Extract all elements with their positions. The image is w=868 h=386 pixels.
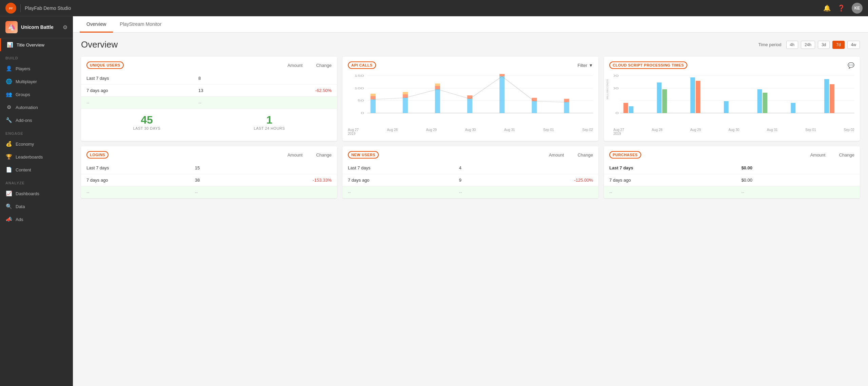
table-row: -- -- bbox=[342, 186, 598, 199]
cloud-script-card: CLOUD SCRIPT PROCESSING TIMES 💬 MILLISEC… bbox=[604, 57, 860, 141]
add-ons-icon: 🔧 bbox=[5, 117, 12, 123]
help-icon[interactable]: ❓ bbox=[837, 4, 845, 12]
time-btn-4h[interactable]: 4h bbox=[786, 41, 798, 49]
time-btn-7d[interactable]: 7d bbox=[832, 41, 844, 49]
cloud-script-chart: 400 200 0 bbox=[613, 72, 854, 127]
time-period-controls: Time period 4h 24h 3d 7d 4w bbox=[758, 41, 860, 49]
new-users-header: NEW USERS Amount Change bbox=[342, 146, 598, 162]
api-calls-card: API CALLS Filter ▼ bbox=[342, 57, 598, 141]
topbar: PF PlayFab Demo Studio 🔔 ❓ KE bbox=[0, 0, 868, 16]
api-calls-chart-area: 150 100 50 0 bbox=[342, 72, 598, 141]
table-row: 7 days ago $0.00 bbox=[604, 174, 860, 186]
cloud-script-x-labels: Aug 272019 Aug 28 Aug 29 Aug 30 Aug 31 S… bbox=[613, 127, 854, 135]
sidebar-label-title-overview: Title Overview bbox=[17, 42, 44, 48]
ads-icon: 📣 bbox=[5, 216, 12, 222]
sidebar-item-title-overview[interactable]: 📊 Title Overview bbox=[0, 38, 73, 51]
tab-playstream[interactable]: PlayStream Monitor bbox=[113, 16, 168, 33]
sidebar-label-multiplayer: Multiplayer bbox=[16, 79, 37, 84]
sidebar: 🦄 Unicorn Battle ⚙ 📊 Title Overview BUIL… bbox=[0, 16, 73, 386]
tab-overview[interactable]: Overview bbox=[80, 16, 113, 33]
svg-rect-45 bbox=[791, 103, 795, 113]
svg-text:0: 0 bbox=[615, 111, 619, 115]
api-calls-svg: 150 100 50 0 bbox=[348, 72, 593, 123]
sidebar-label-data: Data bbox=[16, 204, 25, 209]
svg-rect-24 bbox=[532, 101, 537, 113]
table-row: 7 days ago 38 -153.33% bbox=[81, 174, 337, 186]
logins-col-amount: Amount bbox=[288, 152, 303, 158]
svg-rect-47 bbox=[830, 84, 834, 113]
table-row: Last 7 days 15 bbox=[81, 162, 337, 174]
overview-area: Overview Time period 4h 24h 3d 7d 4w UNI… bbox=[73, 33, 868, 386]
cloud-script-header: CLOUD SCRIPT PROCESSING TIMES 💬 bbox=[604, 57, 860, 72]
time-btn-4w[interactable]: 4w bbox=[847, 41, 860, 49]
purchases-table: Last 7 days $0.00 7 days ago $0.00 -- bbox=[604, 162, 860, 198]
sidebar-item-groups[interactable]: 👥 Groups bbox=[0, 88, 73, 101]
purchases-col-amount: Amount bbox=[810, 152, 826, 158]
svg-rect-16 bbox=[403, 92, 408, 94]
sidebar-section-engage: ENGAGE bbox=[0, 127, 73, 137]
api-calls-filter[interactable]: Filter ▼ bbox=[577, 63, 593, 68]
economy-icon: 💰 bbox=[5, 141, 12, 147]
dashboards-icon: 📈 bbox=[5, 190, 12, 197]
cards-row-1: UNIQUE USERS Amount Change Last 7 days 8 bbox=[81, 57, 860, 141]
svg-text:200: 200 bbox=[613, 87, 619, 90]
svg-rect-26 bbox=[564, 102, 569, 113]
table-row: Last 7 days 8 bbox=[81, 72, 337, 85]
logins-card: LOGINS Amount Change Last 7 days 15 bbox=[81, 146, 337, 198]
user-avatar[interactable]: KE bbox=[852, 3, 863, 14]
cards-row-2: LOGINS Amount Change Last 7 days 15 bbox=[81, 146, 860, 198]
svg-text:150: 150 bbox=[354, 74, 364, 77]
svg-rect-43 bbox=[757, 89, 762, 113]
time-btn-24h[interactable]: 24h bbox=[801, 41, 815, 49]
purchases-card: PURCHASES Amount Change Last 7 days $0.0… bbox=[604, 146, 860, 198]
footer-24hours: 1 LAST 24 HOURS bbox=[254, 114, 285, 130]
purchases-badge: PURCHASES bbox=[609, 151, 641, 159]
svg-rect-44 bbox=[763, 93, 767, 113]
cloud-script-svg: 400 200 0 bbox=[613, 72, 854, 123]
svg-rect-13 bbox=[371, 94, 376, 96]
svg-text:100: 100 bbox=[354, 87, 364, 90]
topbar-right: 🔔 ❓ KE bbox=[823, 3, 863, 14]
sidebar-item-automation[interactable]: ⚙ Automation bbox=[0, 101, 73, 114]
groups-icon: 👥 bbox=[5, 91, 12, 97]
notification-icon[interactable]: 🔔 bbox=[823, 4, 831, 12]
purchases-header: PURCHASES Amount Change bbox=[604, 146, 860, 162]
sidebar-item-content[interactable]: 📄 Content bbox=[0, 163, 73, 176]
svg-text:400: 400 bbox=[613, 74, 619, 77]
studio-name: PlayFab Demo Studio bbox=[25, 5, 71, 11]
topbar-left: PF PlayFab Demo Studio bbox=[5, 3, 71, 14]
sidebar-item-economy[interactable]: 💰 Economy bbox=[0, 137, 73, 150]
sidebar-label-content: Content bbox=[16, 167, 31, 172]
data-icon: 🔍 bbox=[5, 203, 12, 209]
svg-rect-11 bbox=[371, 99, 376, 113]
sidebar-label-players: Players bbox=[16, 66, 30, 71]
sidebar-item-dashboards[interactable]: 📈 Dashboards bbox=[0, 187, 73, 200]
cloud-script-icon-btn[interactable]: 💬 bbox=[848, 62, 854, 69]
sidebar-item-add-ons[interactable]: 🔧 Add-ons bbox=[0, 114, 73, 127]
time-btn-3d[interactable]: 3d bbox=[818, 41, 830, 49]
sidebar-item-data[interactable]: 🔍 Data bbox=[0, 200, 73, 213]
sidebar-item-leaderboards[interactable]: 🏆 Leaderboards bbox=[0, 150, 73, 163]
svg-rect-39 bbox=[662, 89, 667, 113]
svg-rect-40 bbox=[690, 77, 695, 113]
project-settings-icon[interactable]: ⚙ bbox=[63, 24, 67, 31]
sidebar-item-players[interactable]: 👤 Players bbox=[0, 62, 73, 75]
players-icon: 👤 bbox=[5, 66, 12, 72]
main-content: Overview PlayStream Monitor Overview Tim… bbox=[73, 16, 868, 386]
sidebar-label-dashboards: Dashboards bbox=[16, 191, 39, 196]
new-users-card: NEW USERS Amount Change Last 7 days 4 bbox=[342, 146, 598, 198]
time-period-label: Time period bbox=[758, 42, 781, 47]
table-row: -- -- bbox=[81, 97, 337, 109]
sidebar-item-multiplayer[interactable]: 🌐 Multiplayer bbox=[0, 75, 73, 88]
automation-icon: ⚙ bbox=[5, 104, 12, 110]
new-users-col-amount: Amount bbox=[549, 152, 564, 158]
sidebar-item-ads[interactable]: 📣 Ads bbox=[0, 213, 73, 226]
playfab-logo: PF bbox=[5, 3, 16, 14]
unique-users-col-amount: Amount bbox=[288, 63, 303, 68]
svg-rect-23 bbox=[499, 74, 505, 76]
svg-rect-38 bbox=[657, 82, 662, 113]
svg-rect-25 bbox=[532, 98, 537, 101]
api-calls-chart: 150 100 50 0 bbox=[348, 72, 593, 127]
api-calls-header: API CALLS Filter ▼ bbox=[342, 57, 598, 72]
svg-rect-46 bbox=[824, 79, 829, 113]
